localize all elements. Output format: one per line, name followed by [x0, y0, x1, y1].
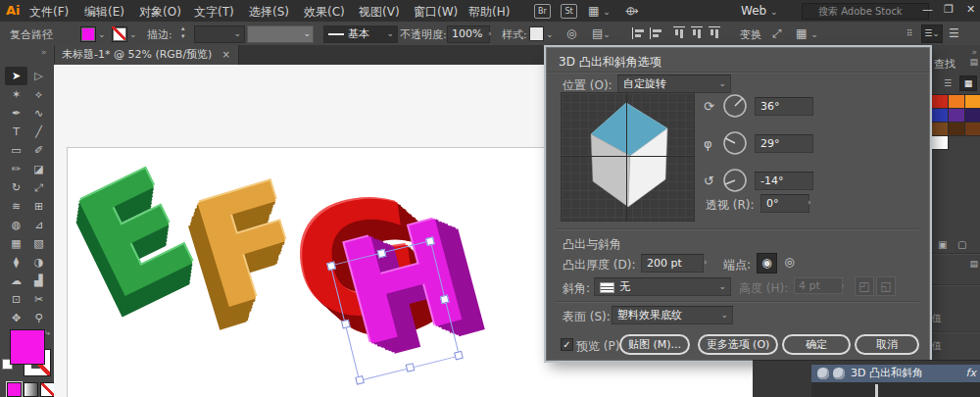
tool-eraser[interactable]: ◪	[27, 160, 50, 178]
tool-scale[interactable]: ⤢	[27, 178, 50, 197]
tool-lasso[interactable]: ⟡	[27, 85, 50, 104]
stroke-chevron-icon[interactable]: ⌄	[129, 30, 137, 39]
tool-hand[interactable]: ✥	[5, 309, 27, 327]
tool-slice[interactable]: ✂	[27, 290, 50, 309]
panel-menu-icon[interactable]: ▤	[969, 259, 978, 269]
tool-free-transform[interactable]: ⊞	[27, 197, 50, 216]
tool-perspective-grid[interactable]: ⊿	[27, 216, 50, 234]
position-select[interactable]: 自定旋转⌄	[617, 74, 731, 93]
menu-edit[interactable]: 编辑(E)	[84, 4, 124, 21]
cancel-button[interactable]: 取消	[855, 334, 919, 355]
selection-handle[interactable]	[341, 320, 351, 329]
tool-type[interactable]: T	[5, 123, 27, 141]
swap-fill-stroke-icon[interactable]: ⤷	[45, 327, 50, 338]
menu-select[interactable]: 选择(S)	[249, 4, 289, 21]
scrollbar-thumb[interactable]	[875, 384, 878, 397]
opacity-arrow-icon[interactable]: ›	[488, 29, 492, 38]
minimize-button[interactable]: —	[922, 3, 933, 16]
tool-direct-selection[interactable]: ▷	[27, 67, 50, 85]
swatch[interactable]	[964, 94, 980, 109]
tool-symbol-sprayer[interactable]: ☁	[5, 272, 27, 290]
workspace-switcher[interactable]: Web ⌄	[741, 4, 778, 18]
new-swatch-icon[interactable]: ▣	[938, 239, 947, 250]
dots-icon[interactable]: ⠿	[906, 26, 913, 40]
tool-artboard[interactable]: ⊡	[5, 290, 27, 309]
extrude-depth-arrow-icon[interactable]: ›	[704, 258, 708, 267]
swatch[interactable]	[948, 108, 965, 123]
menu-effect[interactable]: 效果(C)	[304, 4, 345, 21]
align-center-icon[interactable]	[650, 27, 663, 39]
preview-checkbox[interactable]: ✓	[561, 338, 573, 351]
bevel-select[interactable]: 无⌄	[594, 277, 731, 296]
ok-button[interactable]: 确定	[782, 334, 851, 355]
fill-chevron-icon[interactable]: ⌄	[98, 30, 106, 39]
surface-select[interactable]: 塑料效果底纹⌄	[612, 306, 733, 324]
tool-width[interactable]: ≋	[5, 197, 27, 216]
stock-button[interactable]: St	[561, 4, 577, 19]
opacity-value[interactable]: 100%	[447, 25, 490, 43]
rotate-z-dial[interactable]	[720, 166, 750, 195]
bridge-button[interactable]: Br	[534, 4, 551, 19]
tool-eyedropper[interactable]: ⧫	[5, 253, 27, 272]
menu-type[interactable]: 文字(T)	[194, 4, 234, 21]
swatch[interactable]	[948, 122, 965, 136]
menu-window[interactable]: 窗口(W)	[414, 4, 458, 21]
document-setup-icon[interactable]: ▤⌄	[592, 26, 611, 40]
tool-gradient[interactable]: ▧	[27, 234, 50, 253]
align-bottom-icon[interactable]	[709, 26, 720, 40]
grid-view-icon[interactable]: ▦	[959, 75, 977, 91]
toolbar-collapse-icon[interactable]: »	[41, 47, 47, 57]
panel-menu-icon[interactable]: ▤	[969, 57, 978, 67]
menu-object[interactable]: 对象(O)	[139, 4, 181, 21]
hamburger-icon[interactable]: ☰	[949, 26, 959, 40]
rotate-x-value[interactable]: 36°	[755, 97, 813, 116]
swatch[interactable]	[931, 122, 949, 136]
swatch[interactable]	[931, 108, 949, 123]
panel-collapse-icon[interactable]: »	[971, 47, 977, 57]
extrude-depth-value[interactable]: 200 pt	[641, 254, 704, 273]
tool-rectangle[interactable]: ▭	[5, 141, 27, 160]
align-middle-icon[interactable]	[691, 26, 703, 40]
tool-blend[interactable]: ◑	[27, 253, 50, 272]
fill-color-swatch[interactable]	[80, 26, 96, 42]
fx-badge[interactable]: fx	[966, 365, 976, 382]
appearance-effect-label[interactable]: 3D 凸出和斜角	[851, 365, 923, 382]
cube-preview[interactable]	[562, 93, 694, 221]
tool-zoom[interactable]: ⚲	[27, 309, 50, 327]
rotate-x-dial[interactable]	[720, 91, 750, 121]
perspective-arrow-icon[interactable]: ›	[808, 198, 811, 207]
selection-handle[interactable]	[377, 249, 387, 259]
menu-help[interactable]: 帮助(H)	[468, 4, 510, 21]
share-icon[interactable]: ⟴	[625, 4, 639, 18]
swatch[interactable]	[948, 94, 965, 109]
swatch[interactable]	[964, 122, 980, 136]
stock-search-input[interactable]: 搜索 Adobe Stock	[802, 3, 929, 20]
color-mode-fill-button[interactable]	[7, 382, 22, 397]
swatch[interactable]	[964, 108, 980, 123]
tool-selection[interactable]: ➤	[5, 67, 27, 85]
swatch[interactable]	[931, 94, 949, 109]
stroke-color-swatch[interactable]	[112, 26, 127, 42]
transform-label[interactable]: 变换	[740, 27, 761, 42]
style-chevron-icon[interactable]: ⌄	[546, 30, 554, 39]
layout-icon[interactable]: ▦ ⌄	[588, 4, 611, 18]
restore-button[interactable]: ❐	[944, 3, 954, 16]
list-view-icon[interactable]: ☰	[940, 76, 956, 90]
rotate-y-dial[interactable]	[720, 128, 750, 158]
rotation-track-cube[interactable]	[561, 92, 695, 222]
find-tab-label[interactable]: 查找	[934, 57, 956, 72]
brush-definition-select[interactable]: 基本⌄	[323, 25, 398, 43]
tool-paintbrush[interactable]: ✐	[27, 141, 50, 160]
stroke-stepper[interactable]: ▴▾	[181, 25, 185, 40]
color-mode-gradient-button[interactable]	[24, 382, 38, 397]
tab-close-icon[interactable]: ×	[221, 49, 229, 60]
tool-shape-builder[interactable]: ◍	[5, 216, 27, 234]
tool-rotate[interactable]: ↻	[5, 178, 27, 197]
menu-view[interactable]: 视图(V)	[359, 4, 400, 21]
tool-mesh[interactable]: ▦	[5, 234, 27, 253]
tool-line-segment[interactable]: ╱	[27, 123, 50, 141]
perspective-value[interactable]: 0°	[760, 194, 809, 213]
more-options-button[interactable]: 更多选项 (O)	[698, 334, 778, 355]
options-grid-icon[interactable]: ▦ ⌄	[796, 26, 818, 40]
selection-handle[interactable]	[326, 262, 336, 272]
